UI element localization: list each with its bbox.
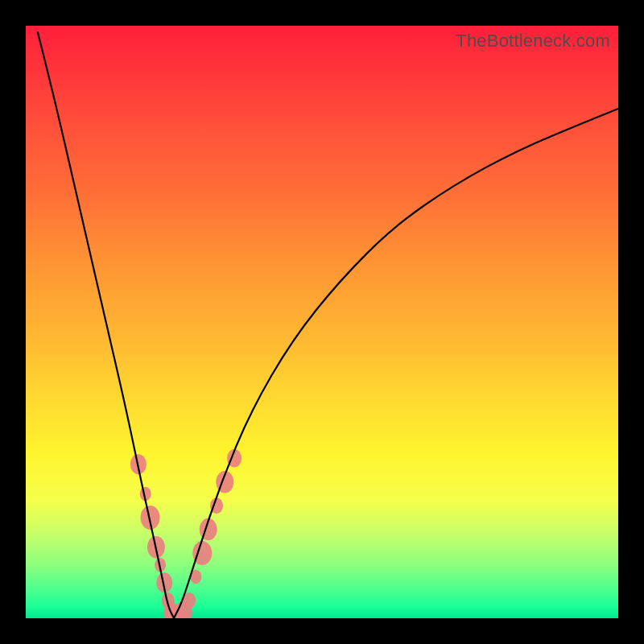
- curve-left-branch: [38, 31, 174, 618]
- curve-right-branch: [174, 109, 618, 618]
- bottleneck-curve-svg: [26, 26, 618, 618]
- chart-frame: TheBottleneck.com: [0, 0, 644, 644]
- plot-area: TheBottleneck.com: [26, 26, 618, 618]
